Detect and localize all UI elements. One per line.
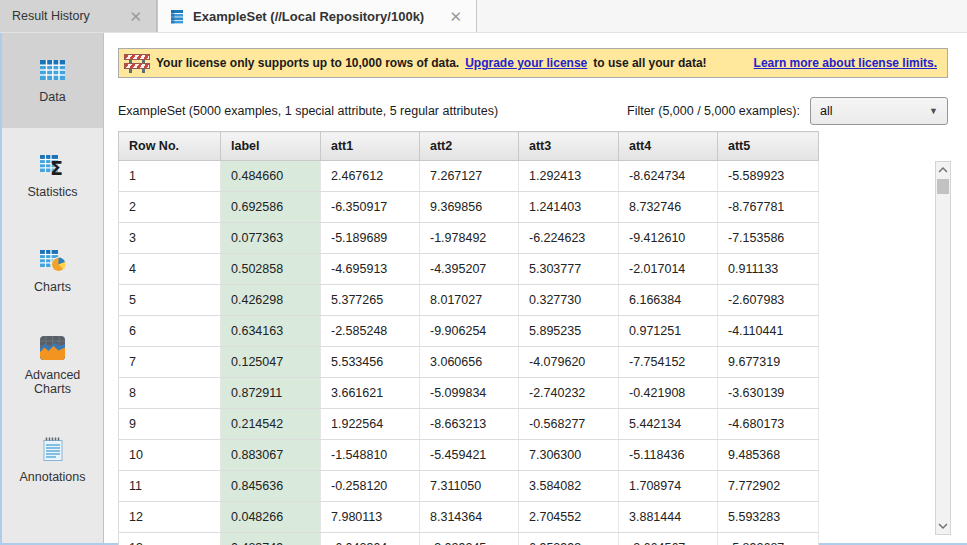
exampleset-summary: ExampleSet (5000 examples, 1 special att…: [118, 104, 498, 118]
data-cell: 0.692586: [221, 192, 321, 223]
data-cell: -3.630139: [718, 378, 819, 409]
data-cell: 1.292413: [519, 161, 619, 192]
data-cell: 0.125047: [221, 347, 321, 378]
upgrade-license-link[interactable]: Upgrade your license: [465, 56, 587, 70]
column-header-att4[interactable]: att4: [619, 132, 718, 161]
data-cell: 0.845636: [221, 471, 321, 502]
table-row[interactable]: 120.0482667.9801138.3143642.7045523.8814…: [119, 502, 819, 533]
data-cell: 1.708974: [619, 471, 718, 502]
data-cell: 8.732746: [619, 192, 718, 223]
data-cell: 8.017027: [420, 285, 519, 316]
column-header-row-no[interactable]: Row No.: [119, 132, 221, 161]
vertical-scrollbar[interactable]: [935, 161, 951, 535]
view-sidebar: Data Σ Statistics: [2, 33, 104, 543]
data-cell: -4.695913: [321, 254, 420, 285]
data-cell: 7.772902: [718, 471, 819, 502]
sidebar-item-annotations[interactable]: Annotations: [2, 413, 103, 508]
sidebar-item-charts[interactable]: Charts: [2, 223, 103, 318]
sidebar-item-advanced-charts[interactable]: Advanced Charts: [2, 318, 103, 413]
exampleset-icon: [170, 9, 184, 24]
exampleset-meta-row: ExampleSet (5000 examples, 1 special att…: [118, 96, 948, 126]
table-row[interactable]: 90.2145421.922564-8.663213-0.5682775.442…: [119, 409, 819, 440]
data-cell: 0.048266: [221, 502, 321, 533]
data-cell: -5.099834: [420, 378, 519, 409]
data-cell: 5.533456: [321, 347, 420, 378]
sidebar-item-label: Statistics: [17, 185, 89, 199]
row-number-cell: 11: [119, 471, 221, 502]
tab-result-history[interactable]: Result History ✕: [0, 0, 157, 32]
row-number-cell: 1: [119, 161, 221, 192]
sidebar-item-statistics[interactable]: Σ Statistics: [2, 128, 103, 223]
data-cell: -8.767781: [718, 192, 819, 223]
license-warning-banner: Your license only supports up to 10,000 …: [118, 48, 948, 78]
data-cell: -8.624734: [619, 161, 718, 192]
data-cell: -4.110441: [718, 316, 819, 347]
data-cell: -9.412610: [619, 223, 718, 254]
table-row[interactable]: 50.4262985.3772658.0170270.3277306.16638…: [119, 285, 819, 316]
data-cell: -4.395207: [420, 254, 519, 285]
data-cell: 2.467612: [321, 161, 420, 192]
data-cell: 9.369856: [420, 192, 519, 223]
data-cell: 0.634163: [221, 316, 321, 347]
data-cell: -4.079620: [519, 347, 619, 378]
table-row[interactable]: 30.077363-5.189689-1.978492-6.224623-9.4…: [119, 223, 819, 254]
table-row[interactable]: 70.1250475.5334563.060656-4.079620-7.754…: [119, 347, 819, 378]
row-number-cell: 3: [119, 223, 221, 254]
table-row[interactable]: 100.883067-1.548810-5.4594217.306300-5.1…: [119, 440, 819, 471]
data-cell: 3.881444: [619, 502, 718, 533]
row-number-cell: 5: [119, 285, 221, 316]
close-icon[interactable]: ✕: [447, 9, 464, 24]
data-view: Your license only supports up to 10,000 …: [104, 33, 967, 543]
scroll-up-button[interactable]: [936, 162, 950, 178]
row-number-cell: 4: [119, 254, 221, 285]
tab-label: Result History: [12, 9, 90, 23]
column-header-att3[interactable]: att3: [519, 132, 619, 161]
table-row[interactable]: 110.845636-0.2581207.3110503.5840821.708…: [119, 471, 819, 502]
sidebar-item-label: Advanced Charts: [17, 368, 89, 397]
data-cell: -8.663213: [420, 409, 519, 440]
sidebar-item-label: Data: [17, 90, 89, 104]
tab-exampleset[interactable]: ExampleSet (//Local Repository/100k) ✕: [157, 0, 477, 32]
data-cell: 1.241403: [519, 192, 619, 223]
data-cell: -3.029245: [420, 533, 519, 545]
data-cell: -0.258120: [321, 471, 420, 502]
data-cell: -6.350917: [321, 192, 420, 223]
data-cell: -2.664567: [619, 533, 718, 545]
row-number-cell: 2: [119, 192, 221, 223]
filter-label: Filter (5,000 / 5,000 examples):: [627, 104, 800, 118]
data-cell: 7.311050: [420, 471, 519, 502]
charts-pie-icon: [39, 247, 67, 273]
sidebar-item-data[interactable]: Data: [2, 33, 103, 128]
row-number-cell: 13: [119, 533, 221, 545]
scrollbar-thumb[interactable]: [937, 179, 949, 194]
data-table-icon: [39, 57, 66, 83]
column-header-att2[interactable]: att2: [420, 132, 519, 161]
learn-more-link[interactable]: Learn more about license limits.: [754, 56, 937, 70]
table-row[interactable]: 60.634163-2.585248-9.9062545.8952350.971…: [119, 316, 819, 347]
data-cell: 0.911133: [718, 254, 819, 285]
table-row[interactable]: 10.4846602.4676127.2671271.292413-8.6247…: [119, 161, 819, 192]
data-cell: 5.442134: [619, 409, 718, 440]
data-cell: 0.426298: [221, 285, 321, 316]
data-cell: 0.502858: [221, 254, 321, 285]
table-row[interactable]: 40.502858-4.695913-4.3952075.303777-2.01…: [119, 254, 819, 285]
table-row[interactable]: 20.692586-6.3509179.3698561.2414038.7327…: [119, 192, 819, 223]
exampleset-table: Row No.labelatt1att2att3att4att5 10.4846…: [118, 131, 819, 545]
column-header-att1[interactable]: att1: [321, 132, 420, 161]
column-header-att5[interactable]: att5: [718, 132, 819, 161]
data-cell: 0.077363: [221, 223, 321, 254]
column-header-label[interactable]: label: [221, 132, 321, 161]
data-cell: -4.680173: [718, 409, 819, 440]
results-panel: Data Σ Statistics: [0, 33, 967, 545]
data-cell: 0.872911: [221, 378, 321, 409]
filter-dropdown[interactable]: all ▼: [810, 97, 948, 125]
table-row[interactable]: 80.8729113.661621-5.099834-2.740232-0.42…: [119, 378, 819, 409]
row-number-cell: 9: [119, 409, 221, 440]
advanced-charts-icon: [39, 335, 66, 361]
data-cell: 3.060656: [420, 347, 519, 378]
table-row[interactable]: 130.483749-6.042304-3.0292456.952993-2.6…: [119, 533, 819, 545]
close-icon[interactable]: ✕: [127, 9, 144, 24]
data-cell: -5.459421: [420, 440, 519, 471]
sidebar-item-label: Charts: [17, 280, 89, 294]
scroll-down-button[interactable]: [936, 518, 950, 534]
